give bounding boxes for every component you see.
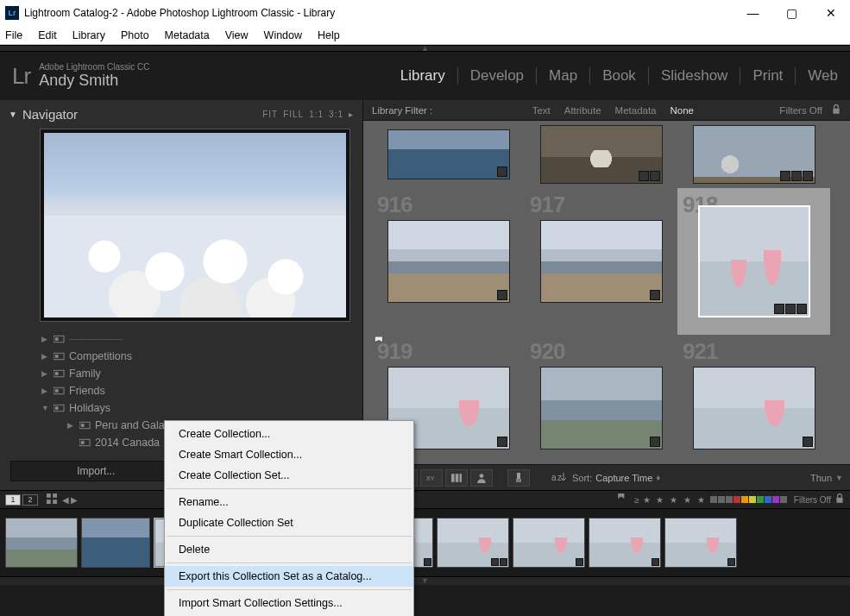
collection-item[interactable]: ▶Family [0,365,362,382]
grid-cell[interactable]: 917 [525,188,677,335]
lock-icon[interactable] [831,104,841,116]
window-close-button[interactable]: ✕ [811,0,850,26]
color-label-swatch[interactable] [780,496,787,503]
filter-metadata[interactable]: Metadata [615,105,657,116]
filter-attribute[interactable]: Attribute [564,105,601,116]
menu-file[interactable]: File [5,29,22,41]
top-panel-collapse[interactable]: ▲ [0,45,850,52]
color-label-swatch[interactable] [710,496,717,503]
bottom-panel-collapse[interactable]: ▼ [0,576,850,585]
grid-mode-icon[interactable] [47,493,57,506]
menu-edit[interactable]: Edit [38,29,57,41]
thumbnail-grid[interactable]: 916917918919920921 [363,121,850,464]
filter-flag-icon[interactable] [617,493,627,506]
filmstrip-thumbnail[interactable] [81,518,150,568]
color-label-swatch[interactable] [765,496,771,503]
module-book[interactable]: Book [590,67,649,85]
screen-2-button[interactable]: 2 [22,494,38,506]
disclosure-icon [67,438,79,447]
context-menu-item[interactable]: Rename... [165,492,413,512]
screen-1-button[interactable]: 1 [5,494,21,506]
thumbnail-image [387,220,510,303]
window-minimize-button[interactable]: — [734,0,772,26]
module-library[interactable]: Library [388,67,458,85]
grid-cell[interactable]: 916 [372,188,525,335]
filmstrip-thumbnail[interactable] [5,518,78,568]
nav-zoom-1-1[interactable]: 1:1 [309,110,324,119]
disclosure-icon: ▶ [41,369,54,378]
context-menu-item[interactable]: Create Collection Set... [165,465,413,486]
module-web[interactable]: Web [796,67,838,85]
color-label-swatch[interactable] [718,496,725,503]
color-label-swatch[interactable] [734,496,740,503]
jump-back-button[interactable]: ◀ [62,495,69,505]
menu-library[interactable]: Library [72,29,105,41]
lock-icon[interactable] [834,493,845,506]
menu-photo[interactable]: Photo [121,29,149,41]
grid-cell[interactable] [525,121,677,188]
svg-text:XY: XY [426,475,435,481]
filmstrip-thumbnail[interactable] [589,518,661,568]
collection-item[interactable]: ▶Competitions [0,348,362,365]
filter-text[interactable]: Text [532,105,551,116]
thumbnail-image [540,220,663,303]
filmstrip-filters-off[interactable]: Filters Off [794,495,831,505]
painter-tool-button[interactable] [507,469,530,487]
sort-chevron-icon: ♦ [656,473,660,482]
context-menu-item[interactable]: Duplicate Collection Set [165,512,413,533]
filmstrip-thumbnail[interactable] [664,518,737,568]
filmstrip-thumbnail[interactable] [437,518,509,568]
nav-zoom-3-1[interactable]: 3:1 [329,110,343,119]
grid-cell[interactable] [372,121,525,188]
toolbar-chevron-icon[interactable]: ▼ [835,474,843,482]
people-view-button[interactable] [470,469,493,487]
menu-help[interactable]: Help [318,29,340,41]
collection-item[interactable]: ▼Holidays [0,399,362,417]
svg-rect-31 [47,493,51,498]
collection-item[interactable]: ▶Friends [0,382,362,399]
color-label-swatch[interactable] [757,496,764,503]
grid-cell[interactable]: 920 [525,335,677,464]
grid-cell[interactable]: 921 [677,335,830,464]
nav-zoom-fill[interactable]: FILL [283,110,304,119]
filmstrip[interactable] [0,509,850,576]
import-button[interactable]: Import... [11,462,182,481]
survey-view-button[interactable] [445,469,468,487]
module-develop[interactable]: Develop [458,67,537,85]
window-titlebar: Lr Lightroom Catalog-2 - Adobe Photoshop… [0,0,850,26]
color-label-swatch[interactable] [772,496,779,503]
jump-forward-button[interactable]: ▶ [71,495,78,505]
navigator-preview[interactable] [40,129,350,322]
filmstrip-thumbnail[interactable] [513,518,585,568]
color-label-swatch[interactable] [749,496,756,503]
rating-gte-icon[interactable]: ≥ [634,495,639,505]
menu-view[interactable]: View [225,29,249,41]
grid-cell[interactable]: 918 [677,188,830,335]
context-menu-item[interactable]: Delete [165,539,413,560]
window-maximize-button[interactable]: ▢ [772,0,811,26]
filters-off-label[interactable]: Filters Off [779,105,822,116]
context-menu-item[interactable]: Import Smart Collection Settings... [165,593,413,613]
module-map[interactable]: Map [537,67,590,85]
color-label-swatch[interactable] [741,496,748,503]
menu-metadata[interactable]: Metadata [165,29,210,41]
content-area: Library Filter : TextAttributeMetadataNo… [362,100,850,490]
color-label-swatch[interactable] [726,496,733,503]
navigator-header[interactable]: ▼ Navigator FITFILL1:13:1▸ [0,104,362,125]
context-menu-item[interactable]: Export this Collection Set as a Catalog.… [165,566,413,587]
rating-stars[interactable]: ★ ★ ★ ★ ★ [643,495,707,505]
context-menu-item[interactable]: Create Smart Collection... [165,444,413,465]
context-menu-item[interactable]: Create Collection... [165,424,413,444]
nav-zoom-more-icon[interactable]: ▸ [349,110,354,119]
menu-window[interactable]: Window [264,29,302,41]
flag-icon [374,336,386,352]
module-print[interactable]: Print [740,67,796,85]
compare-view-button[interactable]: XY [420,469,443,487]
nav-zoom-fit[interactable]: FIT [262,110,278,119]
svg-rect-2 [54,353,64,359]
filter-none[interactable]: None [671,105,695,116]
sort-direction-button[interactable]: az [551,471,567,485]
sort-value-dropdown[interactable]: Capture Time [595,473,652,483]
module-slideshow[interactable]: Slideshow [649,67,741,85]
grid-cell[interactable] [677,121,830,188]
